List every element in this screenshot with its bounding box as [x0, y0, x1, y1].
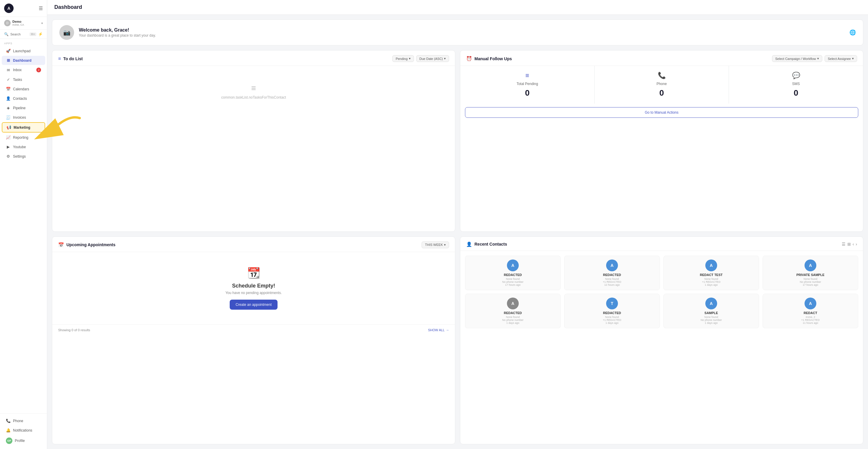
- sidebar-item-phone[interactable]: 📞 Phone: [2, 416, 45, 425]
- sidebar: A ☰ D Demo Irvine, CA ▾ 🔍 Search ⌘K ⚡ Ap…: [0, 0, 47, 449]
- sidebar-item-pipeline[interactable]: ◈ Pipeline: [2, 103, 45, 113]
- sms-value: 0: [735, 88, 857, 98]
- contact-card-4[interactable]: A PRIVATE SAMPLE None found No phone num…: [763, 256, 858, 290]
- appointments-card: 📅 Upcoming Appointments THIS WEEK ▾ 📆 Sc…: [52, 236, 455, 445]
- contact-card-8[interactable]: A REDACT Irvine, 2 +1 REDACTED 11 hours …: [763, 294, 858, 328]
- list-view-toggle[interactable]: ☰: [842, 242, 845, 247]
- appointments-filter-dropdown[interactable]: THIS WEEK ▾: [422, 242, 449, 248]
- chevron-down-icon: ▾: [817, 57, 819, 61]
- search-icon: 🔍: [4, 32, 8, 36]
- account-name: Demo: [12, 20, 39, 23]
- sidebar-item-calendars[interactable]: 📅 Calendars: [2, 85, 45, 94]
- search-shortcut: ⌘K: [30, 32, 36, 36]
- pipeline-icon: ◈: [6, 106, 11, 110]
- contact-name-2: REDACTED: [603, 273, 621, 277]
- phone-icon: 📞: [600, 72, 723, 79]
- contact-name-4: PRIVATE SAMPLE: [797, 273, 825, 277]
- sidebar-item-label: Profile: [15, 439, 25, 443]
- contact-detail-2: No phone number: [502, 281, 523, 283]
- sidebar-item-reporting[interactable]: 📈 Reporting: [2, 133, 45, 142]
- grid-view-toggle[interactable]: ⊞: [847, 242, 851, 247]
- contact-name-5: REDACTED: [504, 311, 522, 315]
- show-all-button[interactable]: SHOW ALL →: [428, 328, 449, 332]
- contact-card-7[interactable]: A SAMPLE None found No phone number 1 da…: [663, 294, 759, 328]
- sidebar-item-profile[interactable]: GP Profile: [2, 435, 45, 446]
- contact-card-1[interactable]: A REDACTED None found No phone number 17…: [465, 256, 561, 290]
- sms-label: SMS: [735, 82, 857, 86]
- appointments-showing-count: Showing 0 of 0 results: [58, 328, 90, 332]
- sidebar-item-contacts[interactable]: 👤 Contacts: [2, 94, 45, 103]
- hamburger-button[interactable]: ☰: [39, 6, 43, 11]
- contact-detail-11: None found: [605, 316, 619, 319]
- create-appointment-button[interactable]: Create an appointment: [230, 300, 278, 310]
- prev-arrow[interactable]: ‹: [852, 242, 854, 247]
- todo-card: ≡ To do List Pending ▾ Due Date (ASC) ▾ …: [52, 50, 455, 232]
- sidebar-item-label: Dashboard: [13, 59, 32, 63]
- content-area: ≡ To do List Pending ▾ Due Date (ASC) ▾ …: [47, 45, 868, 449]
- sidebar-item-settings[interactable]: ⚙ Settings: [2, 152, 45, 161]
- sidebar-item-label: Reporting: [13, 135, 28, 140]
- account-selector[interactable]: D Demo Irvine, CA ▾: [0, 17, 47, 30]
- contacts-icon: 👤: [6, 96, 11, 101]
- todo-icon: ≡: [58, 56, 61, 61]
- contact-detail-4: +1 REDACTED: [603, 281, 621, 283]
- account-avatar: D: [4, 20, 11, 26]
- select-assignee-dropdown[interactable]: Select Assignee ▾: [825, 55, 857, 62]
- contact-detail-14: No phone number: [701, 319, 722, 321]
- contacts-view-controls: ☰ ⊞ ‹ ›: [842, 242, 857, 247]
- contact-icon: 👤: [466, 242, 472, 247]
- contact-detail-7: None found: [804, 278, 817, 281]
- followup-phone: 📞 Phone 0: [595, 66, 728, 104]
- sidebar-item-youtube[interactable]: ▶ Youtube: [2, 142, 45, 152]
- chevron-down-icon: ▾: [409, 57, 411, 61]
- sidebar-nav: 🚀 Launchpad ⊞ Dashboard ✉ Inbox 2 ✓ Task…: [0, 46, 47, 413]
- todo-title: ≡ To do List: [58, 56, 83, 61]
- apps-section-label: Apps: [0, 39, 47, 46]
- calendar-icon: 📅: [58, 242, 64, 248]
- todo-status-filter[interactable]: Pending ▾: [392, 55, 414, 62]
- sidebar-item-label: Pipeline: [13, 106, 26, 110]
- sidebar-item-label: Contacts: [13, 97, 27, 101]
- contacts-grid: A REDACTED None found No phone number 17…: [460, 251, 863, 333]
- contact-name-8: REDACT: [804, 311, 817, 315]
- contact-detail-15: Irvine, 2: [806, 316, 815, 319]
- contact-card-3[interactable]: A REDACT TEST None found +1 REDACTED 1 d…: [663, 256, 759, 290]
- sidebar-item-notifications[interactable]: 🔔 Notifications: [2, 426, 45, 435]
- sidebar-item-label: Inbox: [13, 68, 22, 72]
- tasks-icon: ✓: [6, 77, 11, 82]
- topbar: Dashboard: [47, 0, 868, 15]
- phone-icon: 📞: [6, 419, 11, 423]
- select-campaign-dropdown[interactable]: Select Campaign / Workflow ▾: [772, 55, 822, 62]
- sidebar-item-label: Launchpad: [13, 49, 30, 53]
- sidebar-item-launchpad[interactable]: 🚀 Launchpad: [2, 46, 45, 56]
- list-icon: ≡: [466, 72, 588, 79]
- todo-empty-message: common.taskList.noTasksForThisContact: [221, 95, 286, 99]
- arrow-right-icon: →: [446, 328, 449, 332]
- sidebar-item-label: Settings: [13, 154, 26, 159]
- contact-avatar-4: A: [805, 259, 816, 271]
- search-bar[interactable]: 🔍 Search ⌘K ⚡: [0, 30, 47, 39]
- sidebar-item-invoices[interactable]: 🧾 Invoices: [2, 113, 45, 122]
- sidebar-item-label: Calendars: [13, 87, 29, 91]
- sidebar-item-inbox[interactable]: ✉ Inbox 2: [2, 65, 45, 75]
- schedule-empty-state: 📆 Schedule Empty! You have no pending ap…: [52, 252, 455, 324]
- contact-detail-5: None found: [705, 278, 718, 281]
- appointments-controls: THIS WEEK ▾: [422, 242, 449, 248]
- contact-time-1: 17 hours ago: [505, 283, 521, 286]
- welcome-banner: 📷 Welcome back, Grace! Your dashboard is…: [52, 20, 863, 45]
- contact-card-5[interactable]: A REDACTED None found No phone number 1 …: [465, 294, 561, 328]
- sidebar-item-dashboard[interactable]: ⊞ Dashboard: [2, 56, 45, 65]
- phone-value: 0: [600, 88, 723, 98]
- todo-sort-filter[interactable]: Due Date (ASC) ▾: [416, 55, 449, 62]
- sidebar-item-marketing[interactable]: 📢 Marketing: [2, 122, 45, 133]
- followups-title: ⏰ Manual Follow Ups: [466, 56, 512, 61]
- total-pending-label: Total Pending: [466, 82, 588, 86]
- contact-card-6[interactable]: T REDACTED None found +1 REDACTED 1 days…: [564, 294, 660, 328]
- sidebar-item-tasks[interactable]: ✓ Tasks: [2, 75, 45, 84]
- contact-time-6: 1 days ago: [606, 321, 619, 324]
- goto-manual-actions-button[interactable]: Go to Manual Actions: [465, 107, 858, 118]
- sidebar-item-label: Invoices: [13, 116, 26, 120]
- next-arrow[interactable]: ›: [856, 242, 857, 247]
- contact-card-2[interactable]: A REDACTED None found +1 REDACTED 12 hou…: [564, 256, 660, 290]
- page-title: Dashboard: [54, 4, 82, 10]
